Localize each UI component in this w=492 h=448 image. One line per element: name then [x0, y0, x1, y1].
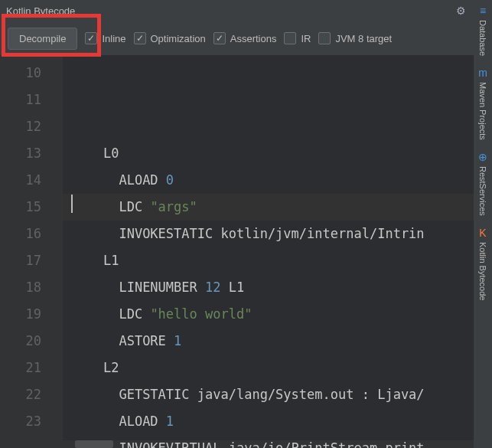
editor: 1011121314151617181920212223 L0 ALOAD 0 … — [0, 55, 492, 448]
code-token: ALOAD — [119, 414, 165, 429]
code-line[interactable]: LDC "hello world" — [72, 301, 492, 328]
line-number: 14 — [0, 167, 63, 194]
code-token: L2 — [103, 360, 119, 375]
line-number: 22 — [0, 381, 63, 408]
gear-icon[interactable]: ⚙ — [456, 5, 466, 17]
sidebar-item-database[interactable]: ≡Database — [478, 5, 487, 56]
checkbox-assertions[interactable]: Assertions — [213, 32, 277, 44]
line-number: 13 — [0, 140, 63, 167]
code-token: ALOAD — [119, 172, 165, 188]
code-token: L1 — [103, 253, 119, 268]
line-number: 19 — [0, 301, 63, 328]
code-token: 1 — [174, 333, 181, 348]
code-area[interactable]: L0 ALOAD 0 LDC "args" INVOKESTATIC kotli… — [63, 55, 492, 448]
sidebar-item-label: Maven Projects — [478, 82, 487, 140]
line-number: 23 — [0, 408, 63, 435]
panel-header: Kotlin Bytecode ⚙ →| — [0, 0, 492, 21]
checkbox-box[interactable] — [284, 32, 296, 44]
code-line[interactable]: INVOKESTATIC kotlin/jvm/internal/Intrin — [72, 221, 492, 247]
line-number: 11 — [0, 87, 63, 113]
checkbox-label: IR — [301, 33, 311, 44]
line-number: 12 — [0, 113, 63, 140]
sidebar-item-maven-projects[interactable]: mMaven Projects — [478, 67, 487, 140]
sidebar-item-icon: m — [478, 67, 487, 79]
checkbox-box[interactable] — [85, 32, 97, 44]
code-line[interactable]: L0 — [72, 140, 492, 167]
line-number: 18 — [0, 274, 63, 301]
code-token: 0 — [166, 172, 174, 188]
line-number: 10 — [0, 60, 63, 87]
checkbox-label: Optimization — [151, 33, 206, 44]
checkbox-container: InlineOptimizationAssertionsIRJVM 8 targ… — [85, 32, 392, 44]
code-line[interactable]: ALOAD 0 — [72, 167, 492, 194]
decompile-button[interactable]: Decompile — [8, 28, 77, 50]
code-token: LDC — [119, 306, 150, 322]
code-token: 12 — [205, 280, 220, 295]
code-token: INVOKEVIRTUAL java/io/PrintStream.print — [119, 440, 424, 448]
line-number: 17 — [0, 247, 63, 274]
line-number: 16 — [0, 221, 63, 247]
code-line[interactable]: L1 — [72, 247, 492, 274]
code-line[interactable]: INVOKEVIRTUAL java/io/PrintStream.print — [72, 435, 492, 448]
checkbox-inline[interactable]: Inline — [85, 32, 125, 44]
code-line[interactable]: ASTORE 1 — [72, 328, 492, 355]
code-line[interactable]: GETSTATIC java/lang/System.out : Ljava/ — [72, 381, 492, 408]
checkbox-label: Inline — [102, 33, 125, 44]
line-number: 15 — [0, 194, 63, 221]
panel-title: Kotlin Bytecode — [6, 5, 75, 17]
checkbox-box[interactable] — [213, 32, 226, 44]
code-token: L1 — [221, 280, 245, 295]
code-line[interactable]: L2 — [72, 355, 492, 381]
code-token: GETSTATIC java/lang/System.out : Ljava/ — [119, 387, 424, 402]
code-token: ASTORE — [119, 333, 174, 348]
code-token: L0 — [103, 146, 119, 161]
checkbox-jvm-8-target[interactable]: JVM 8 target — [318, 32, 392, 44]
code-token: LDC — [119, 199, 150, 214]
checkbox-box[interactable] — [134, 32, 146, 44]
code-token: INVOKESTATIC kotlin/jvm/internal/Intrin — [119, 226, 424, 241]
code-line[interactable]: LDC "args" — [72, 194, 492, 221]
code-token: "hello world" — [150, 306, 252, 322]
checkbox-label: Assertions — [230, 33, 277, 44]
checkbox-ir[interactable]: IR — [284, 32, 311, 44]
code-token: "args" — [150, 199, 197, 214]
line-number: 21 — [0, 355, 63, 381]
line-number: 20 — [0, 328, 63, 355]
sidebar-item-icon: ≡ — [480, 5, 486, 17]
toolbar: Decompile InlineOptimizationAssertionsIR… — [0, 21, 492, 55]
checkbox-optimization[interactable]: Optimization — [134, 32, 206, 44]
checkbox-box[interactable] — [318, 32, 331, 44]
code-token: LINENUMBER — [119, 280, 205, 295]
code-line[interactable]: ALOAD 1 — [72, 408, 492, 435]
sidebar-item-label: Database — [478, 20, 487, 56]
code-line[interactable]: LINENUMBER 12 L1 — [72, 274, 492, 301]
line-number-gutter: 1011121314151617181920212223 — [0, 55, 63, 448]
code-token: 1 — [166, 414, 174, 429]
checkbox-label: JVM 8 target — [335, 33, 392, 44]
